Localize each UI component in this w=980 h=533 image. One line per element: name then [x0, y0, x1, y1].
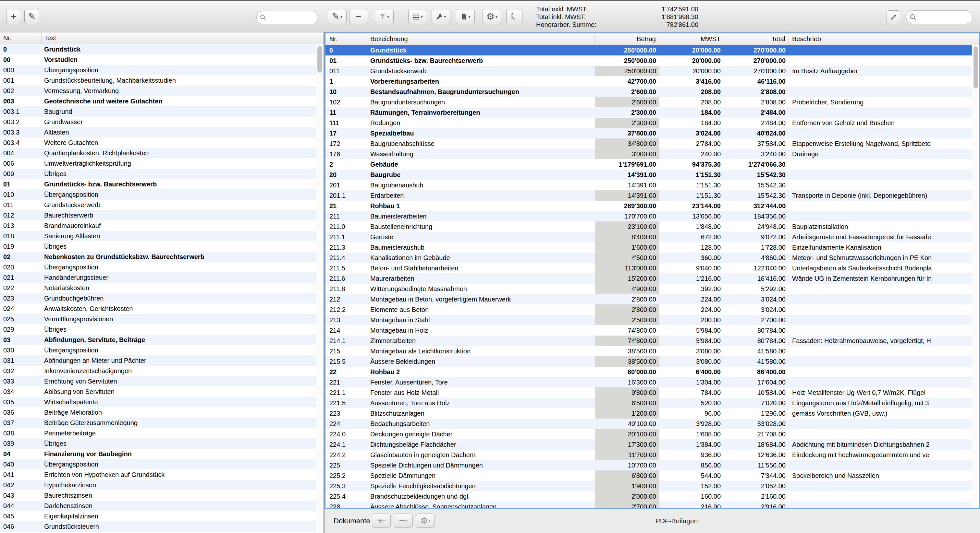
- right-header-mwst[interactable]: MWST: [659, 33, 724, 45]
- cost-table-row[interactable]: 215.5Äussere Bekleidungen38'500.003'080.…: [326, 356, 972, 367]
- left-table-row[interactable]: 002Vermessung, Vermarkung: [0, 86, 323, 96]
- cost-table-row[interactable]: 102Baugrunduntersuchungen2'600.00208.002…: [326, 97, 972, 107]
- left-table-row[interactable]: 006Umweltverträglichkeitsprüfung: [0, 158, 323, 168]
- right-header-betrag[interactable]: Betrag: [595, 33, 659, 45]
- left-table-row[interactable]: 024Anwaltskosten, Gerichtskosten: [0, 303, 323, 314]
- left-table-row[interactable]: 044Darlehenszinsen: [0, 501, 323, 511]
- cost-table-row[interactable]: 212.2Elemente aus Beton2'800.00224.003'0…: [326, 305, 972, 315]
- left-table-row[interactable]: 033Errichtung von Servituten: [0, 376, 323, 387]
- left-table-row[interactable]: 032Inkonvenienzentschädigungen: [0, 366, 323, 376]
- left-table-row[interactable]: 01Grundstücks- bzw. Baurechtserwerb: [0, 179, 323, 189]
- left-header-text[interactable]: Text: [41, 32, 323, 44]
- expand-button[interactable]: [886, 10, 900, 24]
- document-menu-button[interactable]: ▾: [456, 9, 475, 24]
- edit-menu-button[interactable]: ✎▾: [328, 9, 347, 24]
- right-header-bezeichnung[interactable]: Bezeichnung: [366, 33, 595, 45]
- left-table-row[interactable]: 035Wirtschaftspatente: [0, 397, 323, 407]
- left-table-row[interactable]: 029Übriges: [0, 324, 323, 335]
- cost-table-row[interactable]: 211.6Maurerarbeiten15'200.001'216.0016'4…: [326, 273, 972, 284]
- left-table-row[interactable]: 030Übergangsposition: [0, 345, 323, 355]
- cost-table-row[interactable]: 111Rodungen2'300.00184.002'484.00Entfern…: [326, 118, 972, 128]
- left-table-row[interactable]: 031Abfindungen an Mieter und Pächter: [0, 355, 323, 366]
- filter-menu-button[interactable]: ▾: [375, 9, 394, 24]
- left-table-row[interactable]: 004Quartierplankosten, Richtplankosten: [0, 148, 323, 158]
- left-table-row[interactable]: 022Notariatskosten: [0, 283, 323, 293]
- dark-mode-button[interactable]: ☾: [506, 9, 522, 24]
- left-table-row[interactable]: 011Grundstückserwerb: [0, 200, 323, 210]
- left-table-row[interactable]: 042Hypothekarzinsen: [0, 480, 323, 490]
- left-table-row[interactable]: 000Übergangsposition: [0, 65, 323, 75]
- cost-table-row[interactable]: 221Fenster, Aussentüren, Tore16'300.001'…: [326, 377, 972, 387]
- document-add-button[interactable]: +▾: [372, 514, 391, 528]
- cost-table-row[interactable]: 225Spezielle Dichtungen und Dämmungen10'…: [326, 460, 972, 470]
- cost-table-row[interactable]: 211Baumeisterarbeiten170'700.0013'656.00…: [326, 211, 972, 221]
- cost-table-row[interactable]: 176Wasserhaltung3'000.00240.003'240.00Dr…: [326, 149, 972, 159]
- search-field-left[interactable]: [256, 11, 318, 24]
- table-menu-button[interactable]: ▾: [408, 9, 427, 24]
- cost-table-row[interactable]: 201Baugrubenaushub14'391.001'151.3015'54…: [326, 180, 972, 190]
- left-table-row[interactable]: 03Abfindungen, Servitute, Beiträge: [0, 335, 323, 345]
- cost-table-row[interactable]: 011Grundstückserwerb250'000.0020'000.002…: [326, 66, 972, 76]
- right-scrollbar[interactable]: [972, 45, 979, 508]
- left-table-row[interactable]: 012Baurechtserwerb: [0, 210, 323, 220]
- cost-table-row[interactable]: 213Montagebau in Stahl2'500.00200.002'70…: [326, 315, 972, 325]
- left-table-row[interactable]: 010Übergangsposition: [0, 189, 323, 200]
- left-table-row[interactable]: 040Übergangsposition: [0, 459, 323, 470]
- left-table-row[interactable]: 003.3Altlasten: [0, 127, 323, 138]
- cost-table-row[interactable]: 224Bedachungsarbeiten49'100.003'928.0053…: [326, 419, 972, 429]
- cost-table-row[interactable]: 01Grundstücks- bzw. Baurechtserwerb250'0…: [326, 56, 972, 66]
- left-table-row[interactable]: 038Perimeterbeiträge: [0, 428, 323, 438]
- left-table-row[interactable]: 001Grundstücksbeurteilung, Machbarkeitss…: [0, 75, 323, 86]
- document-remove-button[interactable]: ▾: [394, 514, 413, 528]
- left-table-row[interactable]: 045Eigenkapitalzinsen: [0, 511, 323, 521]
- cost-table-row[interactable]: 224.0Deckungen geneigte Dächer20'100.001…: [326, 429, 972, 439]
- left-table-row[interactable]: 04Finanzierung vor Baubeginn: [0, 449, 323, 459]
- cost-table-row[interactable]: 212Montagebau in Beton, vorgefertigtem M…: [326, 294, 972, 305]
- cost-table-row[interactable]: 10Bestandsaufnahmen, Baugrunduntersuchun…: [326, 87, 972, 97]
- left-scrollbar[interactable]: [316, 44, 323, 533]
- cost-table-row-selected[interactable]: 0Grundstück250'000.0020'000.00270'000.00: [326, 45, 972, 56]
- left-table-row[interactable]: 00Vorstudien: [0, 54, 323, 65]
- cost-table-row[interactable]: 214.1Zimmerarbeiten74'800.005'984.0080'7…: [326, 336, 972, 346]
- left-table-row[interactable]: 003.1Baugrund: [0, 106, 323, 117]
- left-table-row[interactable]: 043Baurechtszinsen: [0, 490, 323, 501]
- left-table-row[interactable]: 013Brandmauereinkauf: [0, 220, 323, 231]
- cost-table-row[interactable]: 22Rohbau 280'000.006'400.0086'400.00: [326, 367, 972, 377]
- left-table-row[interactable]: 037Beiträge Güterzusammenlegung: [0, 417, 323, 428]
- remove-button[interactable]: [349, 9, 368, 24]
- left-table-row[interactable]: 041Errichten von Hypotheken auf Grundstü…: [0, 470, 323, 480]
- search-input-left[interactable]: [266, 11, 318, 24]
- cost-table-row[interactable]: 221.5Aussentüren, Tore aus Holz6'500.005…: [326, 398, 972, 408]
- cost-table-row[interactable]: 225.3Spezielle Feuchtigkeitsabdichtungen…: [326, 481, 972, 491]
- left-scrollbar-thumb[interactable]: [317, 46, 322, 73]
- search-input-right[interactable]: [916, 11, 972, 24]
- cost-table-row[interactable]: 11Räumungen, Terrainvorbereitungen2'300.…: [326, 107, 972, 118]
- cost-table-row[interactable]: 224.2Glaseinbauten in geneigten Dächern1…: [326, 450, 972, 460]
- left-table-row[interactable]: 039Übriges: [0, 438, 323, 449]
- cost-table-row[interactable]: 225.2Spezielle Dämmungen6'800.00544.007'…: [326, 470, 972, 481]
- right-header-nr[interactable]: Nr.: [326, 33, 366, 45]
- right-header-beschrieb[interactable]: Beschrieb: [789, 33, 979, 45]
- right-scrollbar-thumb[interactable]: [974, 46, 978, 89]
- settings-menu-button[interactable]: ⚙▾: [482, 9, 501, 24]
- search-field-right[interactable]: [906, 10, 973, 24]
- cost-table-row[interactable]: 214Montagebau in Holz74'800.005'984.0080…: [326, 325, 972, 336]
- right-header-total[interactable]: Total: [724, 33, 789, 45]
- cost-table-row[interactable]: 211.4Kanalisationen im Gebäude4'500.0036…: [326, 252, 972, 263]
- cost-table-row[interactable]: 21Rohbau 1289'300.0023'144.00312'444.00: [326, 201, 972, 211]
- left-table-row[interactable]: 018Sanierung Altlasten: [0, 231, 323, 241]
- cost-table-row[interactable]: 215Montagebau als Leichtkonstruktion38'5…: [326, 346, 972, 356]
- left-table-row[interactable]: 009Übriges: [0, 168, 323, 179]
- cost-table-row[interactable]: 172Baugrubenabschlüsse34'800.002'784.003…: [326, 138, 972, 149]
- left-table-row[interactable]: 0Grundstück: [0, 44, 323, 54]
- left-table-row[interactable]: 034Ablösung von Servituten: [0, 387, 323, 397]
- edit-button[interactable]: ✎: [24, 9, 39, 24]
- cost-table-row[interactable]: 211.5Beton- und Stahlbetonarbeiten113'00…: [326, 263, 972, 273]
- cost-table-row[interactable]: 201.1Erdarbeiten14'391.001'151.3015'542.…: [326, 190, 972, 201]
- left-header-nr[interactable]: Nr.: [0, 32, 41, 44]
- cost-table-row[interactable]: 223Blitzschutzanlagen1'200.0096.001'296.…: [326, 408, 972, 419]
- left-table-row[interactable]: 021Handänderungssteuer: [0, 272, 323, 283]
- left-table-row[interactable]: 046Grundstücksteuern: [0, 521, 323, 532]
- cost-table-row[interactable]: 224.1Dichtungsbeläge Flachdächer17'300.0…: [326, 439, 972, 450]
- document-settings-button[interactable]: ⚙▾: [416, 514, 435, 528]
